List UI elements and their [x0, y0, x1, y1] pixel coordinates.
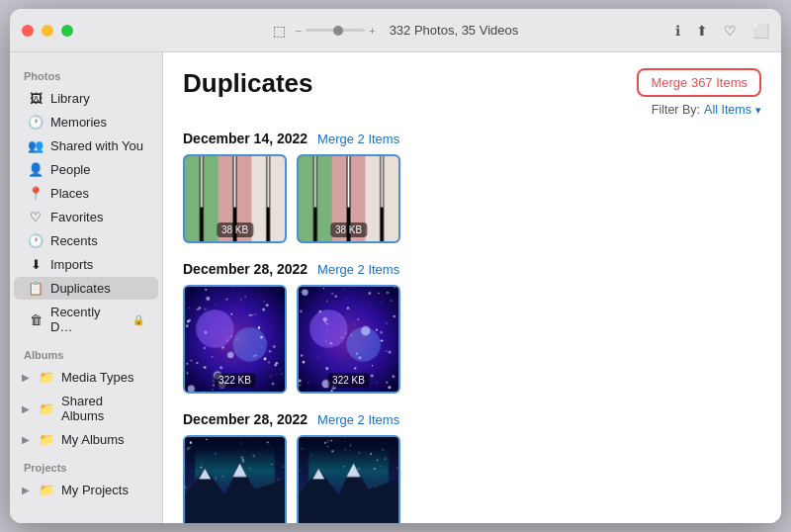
sidebar-item-label: People: [50, 162, 90, 177]
sidebar-item-label: Shared with You: [50, 138, 143, 153]
merge-items-button-2[interactable]: Merge 2 Items: [317, 412, 399, 427]
photo-size-badge: 38 KB: [330, 222, 367, 237]
sidebar-item-favorites[interactable]: ♡ Favorites: [14, 206, 158, 228]
recents-icon: 🕐: [28, 233, 44, 248]
dup-photos-0: 38 KB 38 KB: [183, 154, 761, 243]
sidebar-item-label: Memories: [50, 115, 107, 130]
sidebar-item-memories[interactable]: 🕐 Memories: [14, 111, 158, 133]
fullscreen-button[interactable]: [61, 25, 73, 37]
filter-row: Filter By: All Items ▾: [183, 103, 761, 117]
photo-size-badge: 38 KB: [217, 222, 253, 237]
photo-thumb[interactable]: [183, 435, 287, 523]
content-header: Duplicates Merge 367 Items: [183, 68, 761, 99]
merge-items-button-1[interactable]: Merge 2 Items: [317, 262, 399, 277]
places-icon: 📍: [28, 186, 44, 201]
photo-size-badge: 322 KB: [214, 373, 256, 388]
chevron-right-icon: ▶: [22, 403, 30, 414]
sidebar-item-shared-with-you[interactable]: 👥 Shared with You: [14, 134, 158, 157]
lock-icon: 🔒: [132, 314, 144, 325]
page-title: Duplicates: [183, 68, 313, 99]
dup-date-1: December 28, 2022: [183, 261, 308, 277]
sidebar-section-projects: Projects: [10, 452, 162, 478]
dup-group-1: December 28, 2022 Merge 2 Items 322 KB 3…: [183, 261, 761, 394]
sidebar: Photos 🖼 Library 🕐 Memories 👥 Shared wit…: [10, 52, 163, 523]
sidebar-item-label: Duplicates: [50, 281, 111, 296]
sidebar-item-recents[interactable]: 🕐 Recents: [14, 229, 158, 252]
titlebar: ⬚ − + 332 Photos, 35 Videos ℹ ⬆ ♡ ⬜: [10, 9, 781, 52]
photo-thumb[interactable]: 38 KB: [297, 154, 400, 243]
sidebar-item-recently-deleted[interactable]: 🗑 Recently D… 🔒: [14, 301, 158, 338]
sidebar-item-label: Shared Albums: [61, 394, 144, 423]
favorites-icon: ♡: [28, 210, 44, 224]
dup-group-0: December 14, 2022 Merge 2 Items 38 KB 38…: [183, 131, 761, 243]
photo-thumb[interactable]: 38 KB: [183, 154, 287, 243]
sidebar-item-places[interactable]: 📍 Places: [14, 182, 158, 205]
media-types-icon: 📁: [39, 370, 54, 385]
sidebar-section-photos: Photos: [10, 60, 162, 86]
sidebar-item-people[interactable]: 👤 People: [14, 158, 158, 181]
sidebar-item-label: My Albums: [61, 432, 125, 447]
crop-icon[interactable]: ⬜: [752, 23, 769, 39]
content-area: Duplicates Merge 367 Items Filter By: Al…: [163, 52, 781, 523]
dup-group-header-1: December 28, 2022 Merge 2 Items: [183, 261, 761, 277]
merge-items-button-0[interactable]: Merge 2 Items: [317, 132, 399, 146]
titlebar-center: ⬚ − + 332 Photos, 35 Videos: [273, 23, 518, 39]
photo-thumb[interactable]: 322 KB: [297, 285, 400, 394]
dup-photos-1: 322 KB 322 KB: [183, 285, 761, 394]
chevron-right-icon: ▶: [22, 434, 30, 445]
dup-group-header-0: December 14, 2022 Merge 2 Items: [183, 131, 761, 146]
traffic-lights: [22, 25, 73, 37]
sidebar-section-albums: Albums: [10, 339, 162, 365]
dup-date-0: December 14, 2022: [183, 131, 308, 146]
sidebar-item-label: Recents: [50, 233, 98, 248]
photo-size-badge: 322 KB: [327, 373, 370, 388]
sidebar-item-library[interactable]: 🖼 Library: [14, 87, 158, 110]
zoom-slider[interactable]: − +: [296, 25, 376, 37]
dup-date-2: December 28, 2022: [183, 411, 308, 427]
dup-group-2: December 28, 2022 Merge 2 Items: [183, 411, 761, 523]
photo-count: 332 Photos, 35 Videos: [390, 23, 519, 38]
chevron-right-icon: ▶: [22, 372, 30, 383]
sidebar-item-imports[interactable]: ⬇ Imports: [14, 253, 158, 276]
sidebar-item-label: My Projects: [61, 483, 129, 497]
sidebar-item-label: Places: [50, 186, 89, 201]
sidebar-item-label: Media Types: [61, 370, 133, 385]
sidebar-item-duplicates[interactable]: 📋 Duplicates: [14, 277, 158, 300]
sidebar-item-label: Library: [50, 91, 90, 106]
sidebar-item-shared-albums[interactable]: ▶ 📁 Shared Albums: [14, 390, 158, 427]
memories-icon: 🕐: [28, 115, 44, 130]
photo-thumb[interactable]: [297, 435, 400, 523]
close-button[interactable]: [22, 25, 34, 37]
shared-with-you-icon: 👥: [28, 138, 44, 153]
info-icon[interactable]: ℹ: [675, 23, 680, 39]
dup-group-header-2: December 28, 2022 Merge 2 Items: [183, 411, 761, 427]
imports-icon: ⬇: [28, 257, 44, 272]
people-icon: 👤: [28, 162, 44, 177]
sidebar-item-label: Imports: [50, 257, 93, 272]
library-icon: 🖼: [28, 91, 44, 106]
rotate-left-icon[interactable]: ⬚: [273, 23, 286, 39]
my-projects-icon: 📁: [39, 483, 54, 497]
sidebar-item-my-projects[interactable]: ▶ 📁 My Projects: [14, 479, 158, 501]
trash-icon: 🗑: [28, 312, 44, 327]
titlebar-icons: ℹ ⬆ ♡ ⬜: [675, 23, 769, 39]
minimize-button[interactable]: [42, 25, 53, 37]
my-albums-icon: 📁: [39, 432, 54, 447]
dup-photos-2: [183, 435, 761, 523]
sidebar-item-label: Favorites: [50, 210, 103, 224]
merge-all-button[interactable]: Merge 367 Items: [637, 68, 761, 97]
shared-albums-icon: 📁: [39, 401, 54, 416]
filter-dropdown[interactable]: All Items: [704, 103, 751, 117]
duplicates-icon: 📋: [28, 281, 44, 296]
heart-icon[interactable]: ♡: [724, 23, 737, 39]
filter-label: Filter By:: [652, 103, 700, 117]
sidebar-item-my-albums[interactable]: ▶ 📁 My Albums: [14, 428, 158, 451]
main: Photos 🖼 Library 🕐 Memories 👥 Shared wit…: [10, 52, 781, 523]
photo-thumb[interactable]: 322 KB: [183, 285, 287, 394]
share-icon[interactable]: ⬆: [696, 23, 708, 39]
chevron-down-icon[interactable]: ▾: [755, 104, 761, 117]
chevron-right-icon: ▶: [22, 485, 30, 495]
sidebar-item-media-types[interactable]: ▶ 📁 Media Types: [14, 366, 158, 389]
sidebar-item-label: Recently D…: [50, 305, 126, 334]
window: ⬚ − + 332 Photos, 35 Videos ℹ ⬆ ♡ ⬜ Phot…: [10, 9, 781, 523]
